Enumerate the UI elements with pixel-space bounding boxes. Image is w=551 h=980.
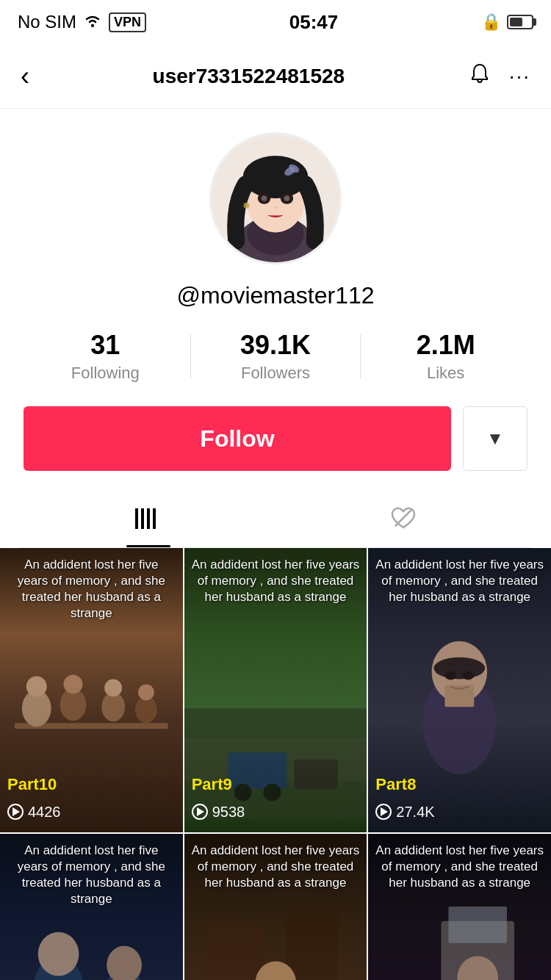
video-overlay-text: An addident lost her five years of memor… <box>7 557 176 621</box>
followers-count: 39.1K <box>240 330 311 361</box>
battery-icon <box>507 15 533 29</box>
video-grid: An addident lost her five years of memor… <box>0 548 551 980</box>
profile-tabs <box>21 494 530 548</box>
video-item[interactable]: An addident lost her five years of memor… <box>184 834 367 980</box>
followers-label: Followers <box>241 364 310 383</box>
video-overlay-text: An addident lost her five years of memor… <box>192 843 360 891</box>
wifi-icon <box>82 12 103 32</box>
video-item[interactable]: An addident lost her five years of memor… <box>184 548 367 832</box>
stats-row: 31 Following 39.1K Followers 2.1M Likes <box>21 330 530 383</box>
svg-point-22 <box>26 677 47 697</box>
avatar <box>209 132 342 264</box>
svg-point-27 <box>135 696 157 723</box>
video-part-label: Part8 <box>375 775 416 794</box>
more-options-button[interactable]: ··· <box>509 65 530 88</box>
svg-point-43 <box>38 932 79 976</box>
play-icon <box>7 804 24 820</box>
status-bar: No SIM VPN 05:47 🔒 <box>0 0 551 44</box>
grid-icon <box>135 508 162 535</box>
profile-section: @moviemaster112 31 Following 39.1K Follo… <box>0 109 551 548</box>
chevron-down-icon: ▼ <box>486 428 504 449</box>
svg-rect-17 <box>147 508 150 529</box>
svg-point-25 <box>101 692 125 721</box>
svg-rect-16 <box>141 508 144 529</box>
status-left: No SIM VPN <box>18 12 146 32</box>
video-overlay-text: An addident lost her five years of memor… <box>7 843 176 907</box>
svg-point-24 <box>64 675 83 694</box>
status-time: 05:47 <box>289 11 339 34</box>
svg-rect-46 <box>206 921 264 980</box>
svg-rect-15 <box>135 508 138 529</box>
video-item[interactable]: An addident lost her five years of memor… <box>368 834 551 980</box>
stat-likes: 2.1M Likes <box>361 330 530 383</box>
svg-point-12 <box>244 203 250 209</box>
action-buttons-row: Follow ▼ <box>21 406 530 471</box>
more-actions-button[interactable]: ▼ <box>463 406 527 471</box>
stat-followers: 39.1K Followers <box>191 330 361 383</box>
nav-bar: ‹ user7331522481528 ··· <box>0 44 551 109</box>
likes-count: 2.1M <box>417 330 475 361</box>
status-right: 🔒 <box>481 12 533 32</box>
svg-point-0 <box>91 24 94 27</box>
play-icon <box>375 804 392 820</box>
back-button[interactable]: ‹ <box>21 61 29 92</box>
svg-point-34 <box>263 784 281 801</box>
video-item[interactable]: An addident lost her five years of memor… <box>368 548 551 832</box>
liked-icon <box>389 505 417 536</box>
following-count: 31 <box>90 330 120 361</box>
video-item[interactable]: An addident lost her five years of memor… <box>0 834 183 980</box>
video-part-label: Part9 <box>192 775 232 794</box>
svg-rect-47 <box>287 907 338 980</box>
svg-rect-31 <box>228 752 287 789</box>
svg-point-45 <box>107 945 142 980</box>
svg-rect-32 <box>294 760 338 789</box>
svg-rect-52 <box>449 907 508 943</box>
likes-label: Likes <box>427 364 464 383</box>
video-part-label: Part10 <box>7 775 57 794</box>
tab-liked[interactable] <box>276 494 530 547</box>
svg-point-26 <box>104 679 122 696</box>
video-overlay-text: An addident lost her five years of memor… <box>375 843 544 891</box>
video-item[interactable]: An addident lost her five years of memor… <box>0 548 183 832</box>
svg-point-10 <box>262 195 267 201</box>
video-play-count: 9538 <box>192 804 245 821</box>
video-play-count: 4426 <box>7 804 61 821</box>
svg-rect-18 <box>153 508 156 529</box>
lock-icon: 🔒 <box>481 12 501 32</box>
video-play-count: 27.4K <box>375 804 434 821</box>
play-icon <box>192 804 208 820</box>
following-label: Following <box>71 364 140 383</box>
stat-following: 31 Following <box>21 330 190 383</box>
video-overlay-text: An addident lost her five years of memor… <box>375 557 544 605</box>
nav-title: user7331522481528 <box>153 65 345 88</box>
tab-videos[interactable] <box>21 494 276 547</box>
svg-point-28 <box>138 684 154 700</box>
username-label: @moviemaster112 <box>176 282 374 309</box>
vpn-badge: VPN <box>109 12 146 32</box>
follow-button[interactable]: Follow <box>24 406 451 471</box>
nav-actions: ··· <box>468 62 530 91</box>
svg-rect-40 <box>434 657 486 680</box>
svg-point-11 <box>284 195 290 201</box>
carrier-label: No SIM <box>18 12 76 32</box>
svg-point-33 <box>234 784 251 801</box>
notification-icon[interactable] <box>468 62 491 91</box>
video-overlay-text: An addident lost her five years of memor… <box>192 557 360 605</box>
